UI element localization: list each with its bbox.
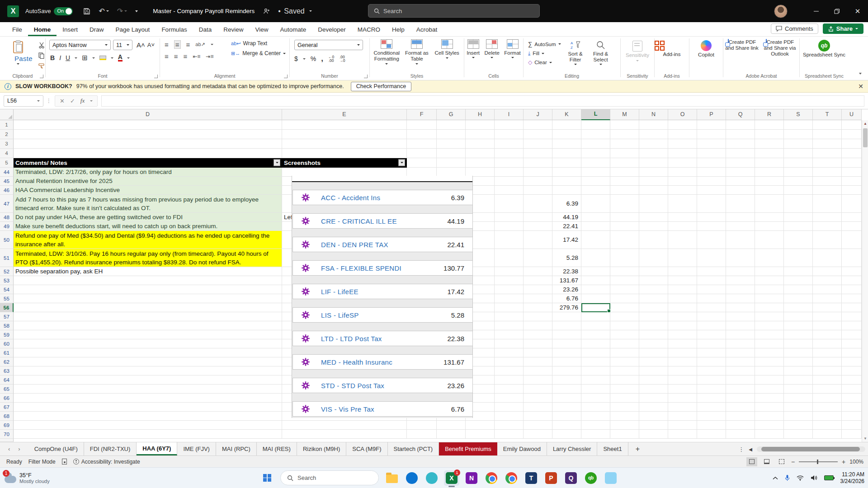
cell-L70[interactable] xyxy=(581,430,610,439)
cell-O63[interactable] xyxy=(668,366,697,375)
cell-L44[interactable] xyxy=(581,168,610,177)
font-size-select[interactable]: 11 xyxy=(113,40,132,50)
cell-R49[interactable] xyxy=(755,222,784,231)
cell-M55[interactable] xyxy=(610,294,639,303)
decrease-indent-icon[interactable]: ⇤≡ xyxy=(193,53,200,60)
cell-D44[interactable]: Terminated, LDW: 2/17/26, only pay for h… xyxy=(14,168,282,177)
cell-U64[interactable] xyxy=(842,375,862,385)
cell-D45[interactable]: Annual Retention Incentive for 2025 xyxy=(14,177,282,186)
cell-J66[interactable] xyxy=(524,394,552,403)
cell-D50[interactable]: Refund one pay of Med ($34.50) and Denta… xyxy=(14,231,282,249)
cell-N69[interactable] xyxy=(639,421,668,430)
cell-K57[interactable] xyxy=(552,312,581,321)
tab-formulas[interactable]: Formulas xyxy=(156,23,193,36)
cell-O45[interactable] xyxy=(668,177,697,186)
cell-I56[interactable] xyxy=(495,303,524,312)
cell-L45[interactable] xyxy=(581,177,610,186)
italic-button[interactable]: I xyxy=(59,54,61,61)
cell-O62[interactable] xyxy=(668,357,697,366)
cell-M51[interactable] xyxy=(610,249,639,267)
cell-U52[interactable] xyxy=(842,267,862,276)
cell-Q47[interactable] xyxy=(726,195,755,213)
cell-T58[interactable] xyxy=(813,321,842,330)
cell-G44[interactable] xyxy=(437,168,466,177)
cell-D60[interactable] xyxy=(14,339,282,348)
cell-N65[interactable] xyxy=(639,385,668,394)
cell-N5[interactable] xyxy=(639,158,668,168)
sheet-tab-rizikon-m9h-[interactable]: Rizikon (M9H) xyxy=(297,442,346,455)
cell-N3[interactable] xyxy=(639,139,668,149)
cell-N45[interactable] xyxy=(639,177,668,186)
cell-U50[interactable] xyxy=(842,231,862,249)
cell-J52[interactable] xyxy=(524,267,552,276)
cell-D64[interactable] xyxy=(14,375,282,385)
cell-Q50[interactable] xyxy=(726,231,755,249)
cell-N63[interactable] xyxy=(639,366,668,375)
cell-N4[interactable] xyxy=(639,149,668,158)
cell-E44[interactable] xyxy=(282,168,407,177)
cell-I1[interactable] xyxy=(495,120,524,130)
cell-N52[interactable] xyxy=(639,267,668,276)
column-header-L[interactable]: L xyxy=(581,109,610,120)
cell-S68[interactable] xyxy=(784,412,813,421)
cell-M2[interactable] xyxy=(610,130,639,139)
column-header-H[interactable]: H xyxy=(466,109,495,120)
align-left-icon[interactable]: ≡ xyxy=(165,52,169,60)
cell-M48[interactable] xyxy=(610,213,639,222)
cell-J54[interactable] xyxy=(524,285,552,294)
cell-S50[interactable] xyxy=(784,231,813,249)
cell-D49[interactable]: Make sure benefit deductions start, will… xyxy=(14,222,282,231)
cell-R66[interactable] xyxy=(755,394,784,403)
cell-K46[interactable] xyxy=(552,186,581,195)
cell-R64[interactable] xyxy=(755,375,784,385)
tab-view[interactable]: View xyxy=(249,23,274,36)
benefit-card-vis[interactable]: VIS - Vis Pre Tax6.76 xyxy=(292,401,473,417)
cell-I44[interactable] xyxy=(495,168,524,177)
comma-format-button[interactable]: , xyxy=(321,54,323,63)
cell-E1[interactable] xyxy=(282,120,407,130)
formula-input[interactable] xyxy=(101,95,864,107)
microphone-icon[interactable] xyxy=(785,474,790,481)
cell-D63[interactable] xyxy=(14,366,282,375)
cell-O55[interactable] xyxy=(668,294,697,303)
cell-P2[interactable] xyxy=(697,130,726,139)
cell-O70[interactable] xyxy=(668,430,697,439)
cell-R46[interactable] xyxy=(755,186,784,195)
cell-S62[interactable] xyxy=(784,357,813,366)
cell-D68[interactable] xyxy=(14,412,282,421)
cell-I59[interactable] xyxy=(495,330,524,339)
cell-P70[interactable] xyxy=(697,430,726,439)
cell-O66[interactable] xyxy=(668,394,697,403)
row-header-55[interactable]: 55 xyxy=(0,294,14,303)
cell-D52[interactable]: Possible separation pay, ask EH xyxy=(14,267,282,276)
cell-R67[interactable] xyxy=(755,403,784,412)
cell-K48[interactable]: 44.19 xyxy=(552,213,581,222)
cell-S52[interactable] xyxy=(784,267,813,276)
start-button[interactable] xyxy=(259,470,275,486)
cell-Q45[interactable] xyxy=(726,177,755,186)
cell-styles-button[interactable]: Cell Styles xyxy=(432,39,462,65)
cell-J47[interactable] xyxy=(524,195,552,213)
cell-I53[interactable] xyxy=(495,276,524,285)
minimize-button[interactable] xyxy=(806,0,826,22)
cell-J48[interactable] xyxy=(524,213,552,222)
cell-K56[interactable]: 279.76 xyxy=(552,303,581,312)
cell-Q65[interactable] xyxy=(726,385,755,394)
cell-N55[interactable] xyxy=(639,294,668,303)
cell-P47[interactable] xyxy=(697,195,726,213)
tab-macro[interactable]: MACRO xyxy=(352,23,386,36)
cell-K50[interactable]: 17.42 xyxy=(552,231,581,249)
cell-L1[interactable] xyxy=(581,120,610,130)
fill-color-button[interactable] xyxy=(99,56,106,60)
cell-S64[interactable] xyxy=(784,375,813,385)
cancel-formula-icon[interactable]: ✕ xyxy=(60,98,65,104)
row-header-66[interactable]: 66 xyxy=(0,394,14,403)
cell-T51[interactable] xyxy=(813,249,842,267)
quickbooks-icon[interactable]: qb xyxy=(583,470,599,486)
cell-O2[interactable] xyxy=(668,130,697,139)
cell-H5[interactable] xyxy=(466,158,495,168)
cell-U47[interactable] xyxy=(842,195,862,213)
font-color-button[interactable]: A xyxy=(118,54,123,61)
cell-U49[interactable] xyxy=(842,222,862,231)
cell-U56[interactable] xyxy=(842,303,862,312)
